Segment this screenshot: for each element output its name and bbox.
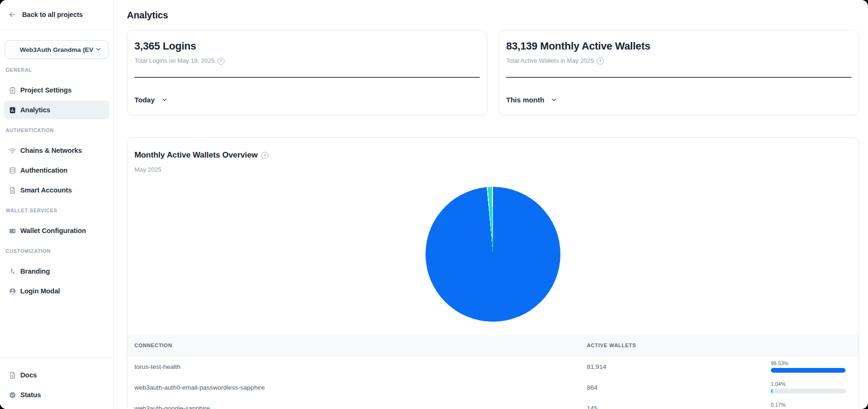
- database-icon: [8, 167, 17, 175]
- sidebar-item-branding[interactable]: Branding: [4, 262, 109, 281]
- back-to-projects-link[interactable]: Back to all projects: [0, 0, 113, 30]
- sidebar-footer: DocsStatus: [0, 357, 113, 409]
- arrow-left-icon: [8, 10, 17, 19]
- table-row-torus-test-health: torus-test-health81,91498.53%: [134, 356, 851, 377]
- stat-subtitle: Total Logins on May 19, 2025: [134, 57, 215, 65]
- connection-cell: web3auth-auth0-email-passwordless-sapphi…: [134, 384, 587, 391]
- percent-label: 0.17%: [771, 402, 846, 408]
- sidebar-item-smart-accounts[interactable]: Smart Accounts: [4, 181, 109, 200]
- chevron-down-icon: [95, 46, 102, 55]
- sidebar-item-label: Project Settings: [20, 86, 72, 94]
- percent-cell: 98.53%: [771, 360, 846, 373]
- percent-cell: 1.04%: [771, 381, 846, 393]
- user-icon: [8, 287, 17, 295]
- sidebar-item-chains-networks[interactable]: Chains & Networks: [4, 141, 109, 160]
- percent-bar-track: [771, 368, 846, 373]
- stat-subtitle: Total Active Wallets in May 2025: [506, 57, 594, 65]
- analytics-icon: [8, 106, 17, 114]
- help-icon[interactable]: ?: [261, 152, 268, 159]
- percent-bar-fill: [771, 368, 845, 373]
- period-dropdown[interactable]: Today: [134, 96, 168, 104]
- main-content: Analytics 3,365 LoginsTotal Logins on Ma…: [114, 0, 868, 409]
- check-icon: [8, 391, 17, 399]
- wifi-icon: [8, 147, 17, 155]
- connection-cell: web3auth-google-sapphire: [134, 405, 587, 409]
- sidebar-nav: GENERALProject SettingsAnalyticsAUTHENTI…: [0, 59, 113, 301]
- table-body: torus-test-health81,91498.53%web3auth-au…: [134, 356, 851, 409]
- chevron-down-icon: [161, 96, 168, 103]
- sidebar-item-label: Wallet Configuration: [20, 227, 86, 234]
- sidebar-item-authentication[interactable]: Authentication: [4, 161, 109, 180]
- active-wallets-pie-chart: [426, 187, 560, 322]
- sidebar-item-project-settings[interactable]: Project Settings: [4, 81, 109, 100]
- sidebar: Back to all projects Web3Auth Grandma (E…: [0, 0, 114, 409]
- stat-card-83-139-monthly-active-wallets: 83,139 Monthly Active WalletsTotal Activ…: [499, 30, 859, 115]
- project-name: Web3Auth Grandma (EV: [20, 46, 93, 53]
- docs-icon: [8, 371, 17, 379]
- percent-label: 98.53%: [771, 360, 846, 366]
- sidebar-item-analytics[interactable]: Analytics: [4, 100, 109, 119]
- percent-label: 1.04%: [771, 381, 846, 387]
- help-icon[interactable]: ?: [597, 58, 604, 65]
- column-header-active-wallets: ACTIVE WALLETS: [587, 342, 771, 348]
- sidebar-item-label: Smart Accounts: [20, 186, 72, 194]
- overview-card: Monthly Active Wallets Overview ? May 20…: [127, 137, 859, 409]
- stat-card-3-365-logins: 3,365 LoginsTotal Logins on May 19, 2025…: [127, 30, 487, 115]
- sidebar-item-label: Docs: [20, 371, 37, 379]
- stat-cards-row: 3,365 LoginsTotal Logins on May 19, 2025…: [127, 30, 859, 115]
- sidebar-item-label: Branding: [20, 267, 50, 275]
- active-wallets-cell: 81,914: [587, 363, 771, 370]
- column-header-connection: CONNECTION: [134, 342, 587, 348]
- period-label: This month: [506, 96, 544, 104]
- table-header: CONNECTION ACTIVE WALLETS: [127, 334, 859, 356]
- project-selector[interactable]: Web3Auth Grandma (EV: [5, 40, 108, 59]
- sidebar-item-label: Login Modal: [20, 287, 60, 295]
- section-label-wallet-services: WALLET SERVICES: [0, 200, 113, 220]
- back-label: Back to all projects: [22, 11, 83, 18]
- app-window: Back to all projects Web3Auth Grandma (E…: [0, 0, 868, 409]
- divider: [134, 77, 480, 78]
- clipboard-icon: [8, 86, 17, 94]
- table-row-web3auth-auth0-email-passwordless-sapphire: web3auth-auth0-email-passwordless-sapphi…: [134, 377, 851, 398]
- chevron-down-icon: [551, 96, 558, 103]
- overview-title: Monthly Active Wallets Overview: [134, 150, 258, 160]
- sidebar-item-wallet-configuration[interactable]: Wallet Configuration: [4, 221, 109, 240]
- section-label-customization: CUSTOMIZATION: [0, 241, 113, 261]
- sidebar-item-label: Authentication: [20, 167, 67, 174]
- stat-value-title: 83,139 Monthly Active Wallets: [506, 40, 851, 52]
- connection-cell: torus-test-health: [134, 363, 587, 370]
- active-wallets-cell: 864: [587, 384, 771, 391]
- percent-bar-track: [771, 389, 846, 393]
- overview-subtitle: May 2025: [134, 166, 851, 174]
- period-dropdown[interactable]: This month: [506, 96, 558, 104]
- divider: [506, 77, 851, 78]
- sidebar-item-login-modal[interactable]: Login Modal: [4, 282, 109, 300]
- help-icon[interactable]: ?: [217, 58, 225, 65]
- percent-bar-fill: [771, 389, 773, 393]
- page-title: Analytics: [127, 9, 859, 21]
- section-label-authentication: AUTHENTICATION: [0, 120, 113, 140]
- sidebar-item-label: Chains & Networks: [20, 147, 82, 154]
- period-label: Today: [134, 96, 155, 104]
- sidebar-item-label: Analytics: [20, 106, 50, 114]
- stat-value-title: 3,365 Logins: [134, 40, 480, 52]
- wallet-icon: [8, 227, 17, 235]
- sidebar-item-label: Status: [20, 391, 41, 399]
- table-row-web3auth-google-sapphire: web3auth-google-sapphire1450.17%: [134, 398, 851, 409]
- document-icon: [8, 186, 17, 194]
- brush-icon: [8, 267, 17, 275]
- sidebar-item-docs[interactable]: Docs: [4, 366, 109, 384]
- section-label-general: GENERAL: [0, 60, 113, 80]
- percent-cell: 0.17%: [771, 402, 846, 409]
- sidebar-item-status[interactable]: Status: [4, 385, 109, 404]
- active-wallets-cell: 145: [587, 405, 771, 409]
